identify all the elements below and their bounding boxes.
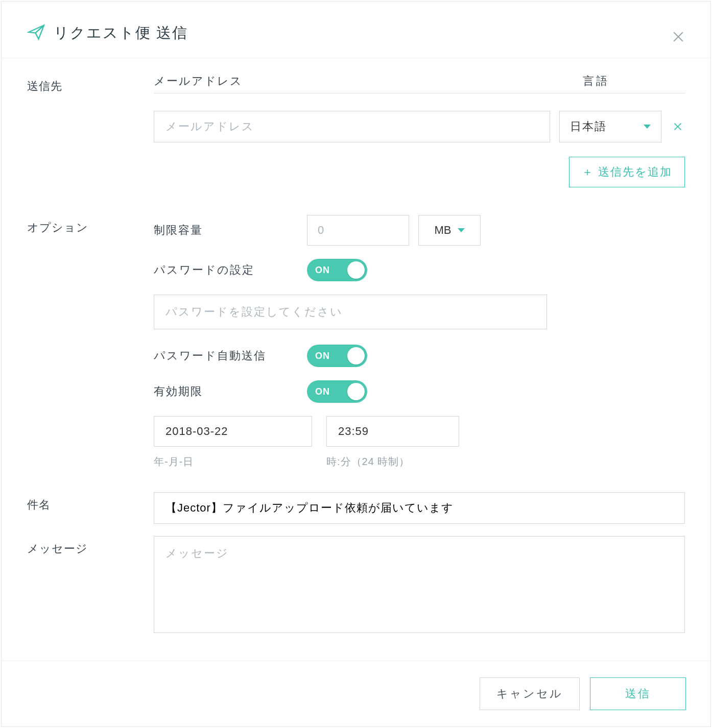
add-recipient-button[interactable]: ＋ 送信先を追加: [569, 157, 685, 187]
modal-title: リクエスト便 送信: [54, 23, 188, 43]
capacity-unit-value: MB: [435, 224, 452, 237]
expiry-date-hint: 年-月-日: [154, 455, 312, 469]
recipient-email-input[interactable]: [154, 111, 550, 142]
toggle-on-text: ON: [315, 351, 330, 361]
expiry-row: 有効期限 ON: [154, 380, 685, 403]
chevron-down-icon: [644, 125, 651, 129]
password-set-toggle[interactable]: ON: [307, 259, 367, 281]
capacity-input[interactable]: [307, 215, 409, 246]
toggle-knob: [347, 383, 365, 400]
password-auto-row: パスワード自動送信 ON: [154, 345, 685, 367]
request-send-modal: リクエスト便 送信 送信先 メールアドレス 言語 日本語: [1, 1, 711, 727]
expiry-time-hint: 時:分（24 時制）: [326, 455, 459, 469]
toggle-on-text: ON: [315, 386, 330, 397]
expiry-date-input[interactable]: [154, 416, 312, 447]
modal-footer: キャンセル 送信: [2, 661, 710, 726]
capacity-row: 制限容量 MB: [154, 215, 685, 246]
toggle-knob: [347, 261, 365, 279]
expiry-label: 有効期限: [154, 384, 307, 399]
send-button[interactable]: 送信: [590, 677, 686, 710]
options-side-label: オプション: [27, 215, 154, 235]
message-section: メッセージ: [27, 536, 685, 633]
toggle-knob: [347, 347, 365, 365]
language-column-header: 言語: [583, 74, 685, 89]
toggle-on-text: ON: [315, 265, 330, 276]
expiry-toggle[interactable]: ON: [307, 380, 367, 403]
password-auto-label: パスワード自動送信: [154, 348, 307, 363]
expiry-inputs: 年-月-日 時:分（24 時制）: [154, 416, 685, 469]
password-auto-toggle[interactable]: ON: [307, 345, 367, 367]
recipients-header-row: メールアドレス 言語: [154, 74, 685, 93]
capacity-unit-select[interactable]: MB: [418, 215, 481, 246]
recipients-side-label: 送信先: [27, 74, 154, 94]
recipient-row: 日本語: [154, 111, 685, 142]
options-section: オプション 制限容量 MB パスワードの設定 ON: [27, 215, 685, 469]
remove-recipient-icon[interactable]: [671, 119, 685, 134]
subject-section: 件名: [27, 492, 685, 524]
close-icon[interactable]: [671, 29, 686, 44]
email-column-header: メールアドレス: [154, 74, 583, 89]
recipients-section: 送信先 メールアドレス 言語 日本語: [27, 74, 685, 208]
capacity-label: 制限容量: [154, 223, 307, 238]
password-set-row: パスワードの設定 ON: [154, 259, 685, 281]
recipient-language-value: 日本語: [570, 119, 607, 134]
recipient-language-select[interactable]: 日本語: [559, 111, 661, 142]
subject-input[interactable]: [154, 492, 685, 524]
message-side-label: メッセージ: [27, 536, 154, 556]
expiry-time-input[interactable]: [326, 416, 459, 447]
password-input[interactable]: [154, 295, 547, 329]
modal-header: リクエスト便 送信: [2, 2, 710, 58]
paper-plane-icon: [27, 23, 54, 43]
subject-side-label: 件名: [27, 492, 154, 513]
password-set-label: パスワードの設定: [154, 262, 307, 278]
message-textarea[interactable]: [154, 536, 685, 633]
cancel-button[interactable]: キャンセル: [480, 677, 580, 710]
chevron-down-icon: [458, 228, 465, 232]
